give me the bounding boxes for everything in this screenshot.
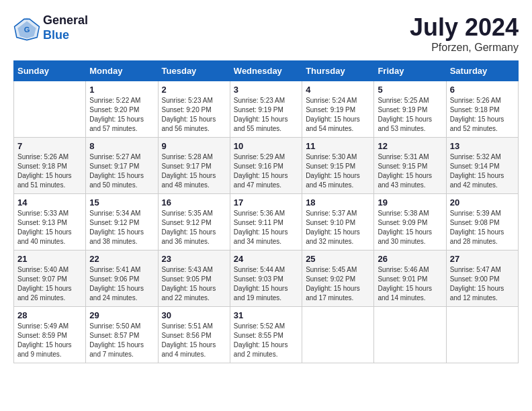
calendar-cell: 17Sunrise: 5:36 AMSunset: 9:11 PMDayligh… bbox=[230, 194, 302, 250]
day-info: Sunrise: 5:35 AMSunset: 9:12 PMDaylight:… bbox=[162, 209, 226, 246]
calendar-cell: 3Sunrise: 5:23 AMSunset: 9:19 PMDaylight… bbox=[230, 81, 302, 138]
calendar-cell: 5Sunrise: 5:25 AMSunset: 9:19 PMDaylight… bbox=[374, 81, 446, 138]
calendar-cell: 24Sunrise: 5:44 AMSunset: 9:03 PMDayligh… bbox=[230, 250, 302, 307]
page-container: G General Blue July 2024 Pforzen, German… bbox=[13, 13, 519, 363]
day-number: 13 bbox=[450, 141, 515, 151]
logo-text: General Blue bbox=[43, 13, 88, 42]
calendar-cell: 13Sunrise: 5:32 AMSunset: 9:14 PMDayligh… bbox=[446, 138, 518, 194]
day-info: Sunrise: 5:27 AMSunset: 9:17 PMDaylight:… bbox=[89, 152, 154, 190]
month-year: July 2024 bbox=[410, 13, 519, 42]
calendar-cell: 31Sunrise: 5:52 AMSunset: 8:55 PMDayligh… bbox=[230, 307, 302, 363]
day-info: Sunrise: 5:43 AMSunset: 9:05 PMDaylight:… bbox=[162, 265, 226, 303]
day-info: Sunrise: 5:36 AMSunset: 9:11 PMDaylight:… bbox=[234, 209, 298, 246]
day-info: Sunrise: 5:29 AMSunset: 9:16 PMDaylight:… bbox=[234, 152, 298, 190]
day-info: Sunrise: 5:39 AMSunset: 9:08 PMDaylight:… bbox=[450, 209, 515, 246]
calendar-cell: 26Sunrise: 5:46 AMSunset: 9:01 PMDayligh… bbox=[374, 250, 446, 307]
day-info: Sunrise: 5:30 AMSunset: 9:15 PMDaylight:… bbox=[306, 152, 370, 190]
calendar-cell bbox=[14, 81, 86, 138]
calendar-cell: 27Sunrise: 5:47 AMSunset: 9:00 PMDayligh… bbox=[446, 250, 518, 307]
svg-text:G: G bbox=[24, 25, 30, 33]
calendar-cell: 25Sunrise: 5:45 AMSunset: 9:02 PMDayligh… bbox=[302, 250, 374, 307]
calendar-cell: 2Sunrise: 5:23 AMSunset: 9:20 PMDaylight… bbox=[158, 81, 230, 138]
calendar-cell: 6Sunrise: 5:26 AMSunset: 9:18 PMDaylight… bbox=[446, 81, 518, 138]
day-info: Sunrise: 5:50 AMSunset: 8:57 PMDaylight:… bbox=[89, 322, 154, 359]
day-info: Sunrise: 5:26 AMSunset: 9:18 PMDaylight:… bbox=[450, 96, 515, 134]
day-number: 25 bbox=[306, 254, 370, 264]
calendar-cell: 16Sunrise: 5:35 AMSunset: 9:12 PMDayligh… bbox=[158, 194, 230, 250]
calendar-cell: 11Sunrise: 5:30 AMSunset: 9:15 PMDayligh… bbox=[302, 138, 374, 194]
calendar-cell: 12Sunrise: 5:31 AMSunset: 9:15 PMDayligh… bbox=[374, 138, 446, 194]
day-number: 14 bbox=[17, 197, 82, 208]
day-number: 2 bbox=[162, 85, 226, 95]
day-number: 6 bbox=[450, 85, 515, 95]
calendar-cell: 9Sunrise: 5:28 AMSunset: 9:17 PMDaylight… bbox=[158, 138, 230, 194]
day-info: Sunrise: 5:32 AMSunset: 9:14 PMDaylight:… bbox=[450, 152, 515, 190]
day-info: Sunrise: 5:40 AMSunset: 9:07 PMDaylight:… bbox=[17, 265, 82, 303]
calendar-cell: 28Sunrise: 5:49 AMSunset: 8:59 PMDayligh… bbox=[14, 307, 86, 363]
day-info: Sunrise: 5:34 AMSunset: 9:12 PMDaylight:… bbox=[89, 209, 154, 246]
day-number: 15 bbox=[89, 197, 154, 208]
title-section: July 2024 Pforzen, Germany bbox=[410, 13, 519, 54]
header-day-thursday: Thursday bbox=[302, 61, 374, 81]
calendar-week-5: 28Sunrise: 5:49 AMSunset: 8:59 PMDayligh… bbox=[14, 307, 519, 363]
day-info: Sunrise: 5:26 AMSunset: 9:18 PMDaylight:… bbox=[17, 152, 82, 190]
day-info: Sunrise: 5:23 AMSunset: 9:20 PMDaylight:… bbox=[162, 96, 226, 134]
header-day-sunday: Sunday bbox=[14, 61, 86, 81]
calendar-cell: 20Sunrise: 5:39 AMSunset: 9:08 PMDayligh… bbox=[446, 194, 518, 250]
day-number: 17 bbox=[234, 197, 298, 208]
day-number: 26 bbox=[378, 254, 442, 264]
day-number: 21 bbox=[17, 254, 82, 264]
day-info: Sunrise: 5:25 AMSunset: 9:19 PMDaylight:… bbox=[378, 96, 442, 134]
day-info: Sunrise: 5:33 AMSunset: 9:13 PMDaylight:… bbox=[17, 209, 82, 246]
calendar-cell: 1Sunrise: 5:22 AMSunset: 9:20 PMDaylight… bbox=[86, 81, 158, 138]
calendar-cell: 18Sunrise: 5:37 AMSunset: 9:10 PMDayligh… bbox=[302, 194, 374, 250]
day-info: Sunrise: 5:24 AMSunset: 9:19 PMDaylight:… bbox=[306, 96, 370, 134]
day-number: 16 bbox=[162, 197, 226, 208]
day-info: Sunrise: 5:49 AMSunset: 8:59 PMDaylight:… bbox=[17, 322, 82, 359]
day-number: 24 bbox=[234, 254, 298, 264]
calendar-cell bbox=[374, 307, 446, 363]
day-number: 8 bbox=[89, 141, 154, 151]
day-number: 28 bbox=[17, 310, 82, 320]
calendar-week-1: 1Sunrise: 5:22 AMSunset: 9:20 PMDaylight… bbox=[14, 81, 519, 138]
day-info: Sunrise: 5:37 AMSunset: 9:10 PMDaylight:… bbox=[306, 209, 370, 246]
day-info: Sunrise: 5:38 AMSunset: 9:09 PMDaylight:… bbox=[378, 209, 442, 246]
day-number: 22 bbox=[89, 254, 154, 264]
day-info: Sunrise: 5:31 AMSunset: 9:15 PMDaylight:… bbox=[378, 152, 442, 190]
header-day-friday: Friday bbox=[374, 61, 446, 81]
day-number: 20 bbox=[450, 197, 515, 208]
day-info: Sunrise: 5:23 AMSunset: 9:19 PMDaylight:… bbox=[234, 96, 298, 134]
day-info: Sunrise: 5:41 AMSunset: 9:06 PMDaylight:… bbox=[89, 265, 154, 303]
header: G General Blue July 2024 Pforzen, German… bbox=[13, 13, 519, 54]
day-number: 10 bbox=[234, 141, 298, 151]
calendar-header-row: SundayMondayTuesdayWednesdayThursdayFrid… bbox=[14, 61, 519, 81]
calendar-cell: 8Sunrise: 5:27 AMSunset: 9:17 PMDaylight… bbox=[86, 138, 158, 194]
day-info: Sunrise: 5:52 AMSunset: 8:55 PMDaylight:… bbox=[234, 322, 298, 359]
header-day-saturday: Saturday bbox=[446, 61, 518, 81]
day-info: Sunrise: 5:28 AMSunset: 9:17 PMDaylight:… bbox=[162, 152, 226, 190]
day-number: 9 bbox=[162, 141, 226, 151]
day-number: 19 bbox=[378, 197, 442, 208]
day-number: 12 bbox=[378, 141, 442, 151]
day-number: 23 bbox=[162, 254, 226, 264]
calendar-cell: 14Sunrise: 5:33 AMSunset: 9:13 PMDayligh… bbox=[14, 194, 86, 250]
day-info: Sunrise: 5:51 AMSunset: 8:56 PMDaylight:… bbox=[162, 322, 226, 359]
day-info: Sunrise: 5:22 AMSunset: 9:20 PMDaylight:… bbox=[89, 96, 154, 134]
day-info: Sunrise: 5:44 AMSunset: 9:03 PMDaylight:… bbox=[234, 265, 298, 303]
logo-line2: Blue bbox=[43, 28, 69, 42]
day-number: 3 bbox=[234, 85, 298, 95]
day-number: 30 bbox=[162, 310, 226, 320]
day-number: 5 bbox=[378, 85, 442, 95]
header-day-monday: Monday bbox=[86, 61, 158, 81]
day-number: 18 bbox=[306, 197, 370, 208]
calendar-cell: 22Sunrise: 5:41 AMSunset: 9:06 PMDayligh… bbox=[86, 250, 158, 307]
calendar-week-4: 21Sunrise: 5:40 AMSunset: 9:07 PMDayligh… bbox=[14, 250, 519, 307]
calendar-cell: 21Sunrise: 5:40 AMSunset: 9:07 PMDayligh… bbox=[14, 250, 86, 307]
header-day-tuesday: Tuesday bbox=[158, 61, 230, 81]
calendar-week-2: 7Sunrise: 5:26 AMSunset: 9:18 PMDaylight… bbox=[14, 138, 519, 194]
day-info: Sunrise: 5:46 AMSunset: 9:01 PMDaylight:… bbox=[378, 265, 442, 303]
day-number: 29 bbox=[89, 310, 154, 320]
calendar-cell bbox=[446, 307, 518, 363]
calendar-week-3: 14Sunrise: 5:33 AMSunset: 9:13 PMDayligh… bbox=[14, 194, 519, 250]
calendar-cell: 10Sunrise: 5:29 AMSunset: 9:16 PMDayligh… bbox=[230, 138, 302, 194]
